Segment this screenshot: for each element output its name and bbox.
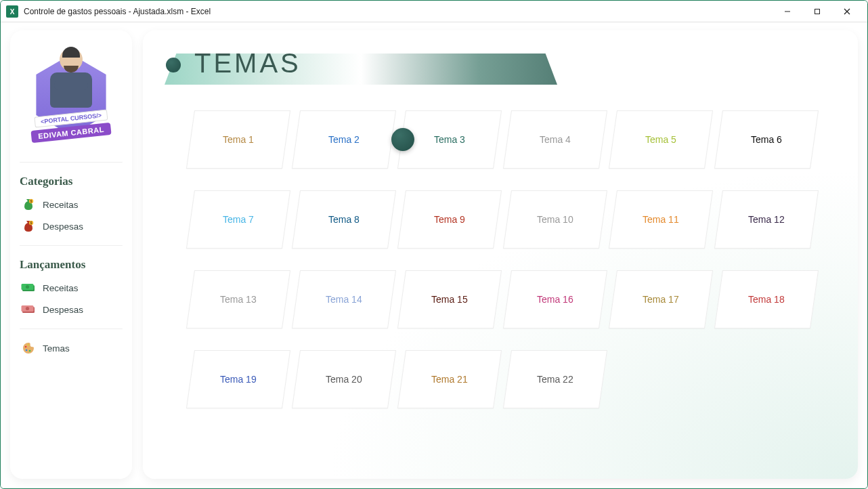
theme-label: Tema 21 xyxy=(431,374,468,385)
theme-card[interactable]: Tema 8 xyxy=(292,190,396,249)
cash-green-icon xyxy=(21,281,36,295)
close-button[interactable] xyxy=(832,1,862,22)
theme-card[interactable]: Tema 20 xyxy=(292,350,396,408)
sidebar: <PORTAL CURSOS/> EDIVAM CABRAL Categoria… xyxy=(10,30,132,479)
svg-rect-2 xyxy=(815,9,820,14)
theme-label: Tema 3 xyxy=(434,134,465,145)
sidebar-heading-lancamentos: Lançamentos xyxy=(20,258,123,272)
avatar-wrap: <PORTAL CURSOS/> EDIVAM CABRAL xyxy=(20,41,123,154)
theme-label: Tema 10 xyxy=(537,214,573,225)
theme-card[interactable]: Tema 5 xyxy=(609,110,713,169)
sidebar-item-label: Despesas xyxy=(43,305,83,315)
theme-label: Tema 6 xyxy=(751,134,782,145)
minimize-button[interactable] xyxy=(773,1,802,22)
money-bag-red-icon: $ xyxy=(21,219,36,233)
sidebar-item-label: Receitas xyxy=(43,200,79,210)
sidebar-item-temas[interactable]: Temas xyxy=(20,337,123,359)
theme-label: Tema 18 xyxy=(748,294,785,305)
theme-card[interactable]: Tema 10 xyxy=(503,190,607,249)
avatar: <PORTAL CURSOS/> EDIVAM CABRAL xyxy=(27,44,115,146)
separator xyxy=(20,328,123,329)
theme-label: Tema 15 xyxy=(431,294,468,305)
theme-card[interactable]: Tema 22 xyxy=(503,350,607,408)
selected-indicator-icon xyxy=(391,128,414,151)
theme-label: Tema 14 xyxy=(326,294,362,305)
titlebar: X Controle de gastos pessoais - Ajustada… xyxy=(1,1,867,22)
money-bag-green-icon: $ xyxy=(21,198,36,211)
main-panel: TEMAS Tema 1Tema 2Tema 3Tema 4Tema 5Tema… xyxy=(143,30,858,479)
theme-label: Tema 5 xyxy=(645,134,676,145)
theme-label: Tema 8 xyxy=(328,214,360,225)
theme-card[interactable]: Tema 19 xyxy=(186,350,290,408)
excel-icon: X xyxy=(6,5,18,18)
excel-window: X Controle de gastos pessoais - Ajustada… xyxy=(0,0,868,489)
theme-card[interactable]: Tema 17 xyxy=(609,270,713,328)
theme-card[interactable]: Tema 11 xyxy=(609,190,713,249)
theme-label: Tema 17 xyxy=(643,294,679,305)
sidebar-item-lancamentos-despesas[interactable]: Despesas xyxy=(20,299,123,320)
theme-label: Tema 11 xyxy=(643,214,679,225)
svg-text:X: X xyxy=(10,7,15,15)
themes-grid: Tema 1Tema 2Tema 3Tema 4Tema 5Tema 6Tema… xyxy=(190,110,836,408)
theme-label: Tema 22 xyxy=(537,374,573,385)
banner-dot-icon xyxy=(166,58,181,72)
theme-card[interactable]: Tema 1 xyxy=(186,110,290,169)
theme-card[interactable]: Tema 6 xyxy=(714,110,819,169)
sidebar-item-lancamentos-receitas[interactable]: Receitas xyxy=(20,277,123,299)
svg-point-11 xyxy=(26,285,29,289)
theme-card[interactable]: Tema 9 xyxy=(397,190,502,249)
theme-label: Tema 13 xyxy=(220,294,257,305)
maximize-button[interactable] xyxy=(802,1,832,22)
theme-card[interactable]: Tema 2 xyxy=(292,110,396,169)
svg-point-15 xyxy=(25,346,27,348)
app-body: <PORTAL CURSOS/> EDIVAM CABRAL Categoria… xyxy=(1,22,867,488)
theme-label: Tema 2 xyxy=(328,134,360,145)
theme-label: Tema 16 xyxy=(537,294,573,305)
sidebar-item-label: Receitas xyxy=(43,283,79,293)
avatar-person xyxy=(47,48,95,109)
theme-card[interactable]: Tema 7 xyxy=(186,190,290,249)
page-title: TEMAS xyxy=(194,48,301,79)
page-title-banner: TEMAS xyxy=(165,48,557,87)
sidebar-item-categorias-despesas[interactable]: $ Despesas xyxy=(20,215,123,237)
theme-card[interactable]: Tema 3 xyxy=(397,110,502,169)
separator xyxy=(20,162,123,163)
svg-point-14 xyxy=(26,307,29,310)
palette-icon xyxy=(21,341,36,355)
theme-label: Tema 12 xyxy=(748,214,785,225)
svg-point-17 xyxy=(29,350,31,352)
theme-card[interactable]: Tema 21 xyxy=(397,350,502,408)
theme-label: Tema 4 xyxy=(540,134,571,145)
theme-card[interactable]: Tema 16 xyxy=(503,270,607,328)
theme-label: Tema 20 xyxy=(326,374,362,385)
theme-label: Tema 19 xyxy=(220,374,257,385)
svg-point-18 xyxy=(28,344,30,346)
theme-card[interactable]: Tema 12 xyxy=(714,190,819,249)
theme-label: Tema 9 xyxy=(434,214,465,225)
cash-red-icon xyxy=(21,303,36,316)
sidebar-item-label: Temas xyxy=(43,343,70,354)
theme-card[interactable]: Tema 4 xyxy=(503,110,607,169)
theme-card[interactable]: Tema 13 xyxy=(186,270,290,328)
sidebar-item-label: Despesas xyxy=(43,221,83,232)
svg-point-16 xyxy=(26,349,28,352)
theme-label: Tema 7 xyxy=(223,214,254,225)
separator xyxy=(20,245,123,246)
theme-card[interactable]: Tema 15 xyxy=(397,270,502,328)
theme-card[interactable]: Tema 18 xyxy=(714,270,819,328)
sidebar-heading-categorias: Categorias xyxy=(20,175,123,188)
theme-label: Tema 1 xyxy=(223,134,254,145)
window-title: Controle de gastos pessoais - Ajustada.x… xyxy=(24,7,211,16)
sidebar-item-categorias-receitas[interactable]: $ Receitas xyxy=(20,194,123,215)
theme-card[interactable]: Tema 14 xyxy=(292,270,396,328)
